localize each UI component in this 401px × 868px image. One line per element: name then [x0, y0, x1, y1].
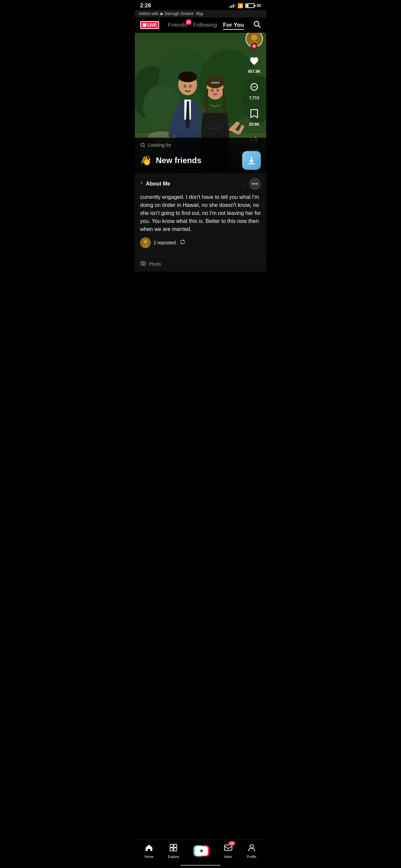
more-options-button[interactable]	[249, 178, 261, 190]
search-button[interactable]	[253, 20, 261, 30]
svg-point-42	[142, 263, 144, 265]
svg-rect-45	[170, 848, 173, 851]
about-title-row: ❝ About Me	[140, 181, 170, 187]
add-icon: +	[195, 846, 208, 856]
bottom-nav: Home Explore + 53 Inbox	[135, 840, 266, 868]
repost-icon	[180, 239, 185, 246]
notif-fyp: #fyp	[196, 11, 203, 16]
svg-point-31	[254, 87, 255, 88]
follow-plus-btn[interactable]: +	[251, 43, 258, 50]
svg-point-37	[256, 183, 258, 185]
svg-point-27	[251, 34, 257, 40]
profile-label: Profile	[247, 855, 256, 859]
nav-inbox[interactable]: 53 Inbox	[224, 843, 232, 859]
wifi-icon: 📶	[237, 3, 243, 8]
wave-emoji: 👋	[140, 155, 152, 166]
explore-label: Explore	[168, 855, 179, 859]
photo-icon	[140, 260, 146, 268]
search-small-icon	[140, 143, 145, 148]
bookmark-count: 20.6K	[249, 122, 260, 127]
svg-point-39	[143, 240, 147, 244]
nav-header: LIVE Friends 18 Following For You	[135, 18, 266, 33]
repost-row: 2 reposted.	[140, 237, 261, 248]
comment-icon	[247, 80, 261, 95]
svg-point-35	[252, 183, 254, 185]
like-button[interactable]: 457.9K	[247, 54, 261, 74]
add-button[interactable]: +	[194, 845, 210, 857]
svg-rect-41	[141, 262, 145, 266]
live-tv-icon	[143, 23, 146, 27]
reposter-avatar	[140, 237, 151, 248]
photo-row: Photo	[135, 256, 266, 272]
download-button[interactable]	[242, 151, 261, 170]
right-sidebar: + 457.9K	[246, 33, 263, 153]
svg-point-32	[255, 87, 256, 88]
bookmark-button[interactable]: 20.6K	[247, 106, 261, 127]
tinder-card: Looking for 👋 New friends	[135, 138, 266, 173]
tab-friends-label: Friends	[168, 22, 187, 28]
inbox-badge: 53	[228, 841, 235, 846]
nav-tabs: Friends 18 Following For You	[168, 22, 244, 28]
home-label: Home	[144, 855, 153, 859]
quote-icon: ❝	[140, 181, 143, 187]
svg-line-1	[258, 26, 260, 28]
home-icon	[145, 843, 153, 854]
download-icon	[247, 156, 256, 165]
notif-bar: #stitch with ▶ Darragh Greene #fyp	[135, 10, 266, 18]
comment-count: 7,713	[249, 96, 259, 100]
status-bar: 2:28 📶 30	[135, 0, 266, 10]
nav-profile[interactable]: Profile	[247, 843, 256, 859]
like-count: 457.9K	[248, 69, 261, 74]
battery-label: 30	[257, 3, 261, 8]
battery-icon	[245, 3, 255, 8]
signal-icon	[229, 4, 235, 8]
tab-friends[interactable]: Friends 18	[168, 22, 187, 28]
home-indicator	[180, 865, 221, 866]
svg-rect-43	[170, 844, 173, 847]
more-options-icon	[252, 181, 258, 187]
svg-point-30	[253, 87, 254, 88]
repost-count: 2 reposted.	[153, 240, 177, 245]
looking-for-row: Looking for	[140, 143, 261, 148]
svg-point-36	[254, 183, 256, 185]
svg-point-48	[250, 845, 253, 848]
bookmark-icon	[247, 106, 261, 121]
about-title: About Me	[146, 181, 170, 187]
notif-hashtag: #stitch with	[139, 11, 159, 16]
nav-home[interactable]: Home	[144, 843, 153, 859]
status-right: 📶 30	[229, 3, 261, 8]
photo-label: Photo	[149, 261, 161, 267]
profile-icon	[247, 843, 256, 854]
tab-following[interactable]: Following	[193, 22, 217, 28]
tab-for-you-label: For You	[223, 22, 244, 28]
live-label: LIVE	[147, 23, 156, 27]
heart-icon	[247, 54, 261, 68]
explore-icon	[169, 843, 178, 854]
svg-rect-44	[174, 844, 177, 847]
svg-rect-46	[174, 848, 177, 851]
about-text: currently engaged. I don't have to tell …	[140, 193, 261, 233]
inbox-label: Inbox	[224, 855, 232, 859]
comment-button[interactable]: 7,713	[247, 80, 261, 100]
video-section: + 457.9K	[135, 33, 266, 173]
tab-following-label: Following	[193, 22, 217, 28]
tab-for-you[interactable]: For You	[223, 22, 244, 28]
poster-avatar[interactable]: +	[246, 33, 263, 48]
friends-badge-count: 18	[185, 19, 192, 25]
new-friends-row: 👋 New friends	[140, 151, 261, 170]
status-time: 2:28	[140, 3, 151, 9]
about-header: ❝ About Me ···	[140, 178, 261, 190]
about-section: ❝ About Me ··· currently engaged. I don'…	[135, 173, 266, 256]
new-friends-text: New friends	[156, 156, 238, 165]
notif-play: ▶ Darragh Greene	[161, 11, 194, 16]
svg-line-34	[144, 146, 145, 147]
looking-for-label: Looking for	[148, 143, 171, 148]
live-badge[interactable]: LIVE	[140, 21, 159, 29]
more-dots-label: ···	[242, 182, 246, 186]
nav-add[interactable]: +	[194, 845, 210, 857]
nav-explore[interactable]: Explore	[168, 843, 179, 859]
svg-rect-47	[224, 845, 232, 850]
